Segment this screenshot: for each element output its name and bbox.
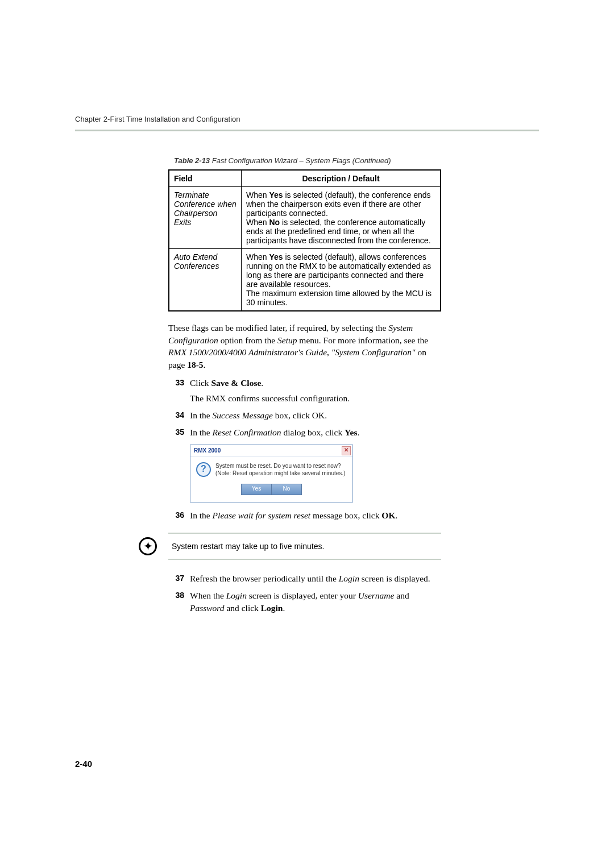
txt: screen is displayed. bbox=[359, 574, 430, 583]
step-text: Refresh the browser periodically until t… bbox=[190, 572, 441, 585]
txt: When bbox=[246, 218, 269, 227]
italic: Username bbox=[358, 591, 395, 600]
caption-num: Table 2-13 bbox=[174, 156, 210, 165]
txt: and bbox=[394, 591, 409, 600]
note-block: ✦ System restart may take up to five min… bbox=[168, 533, 441, 560]
step-text: In the Success Message box, click OK. bbox=[190, 409, 441, 422]
italic: Login bbox=[339, 574, 359, 583]
italic: Reset Confirmation bbox=[213, 427, 281, 437]
field-cell: Terminate Conference when Chairperson Ex… bbox=[169, 187, 242, 249]
step-34: 34 In the Success Message box, click OK. bbox=[168, 409, 441, 422]
italic: Login bbox=[226, 591, 247, 600]
txt: . bbox=[395, 510, 397, 520]
step-38: 38 When the Login screen is displayed, e… bbox=[168, 589, 441, 614]
italic: Success Message bbox=[213, 410, 273, 420]
txt: message box, click bbox=[310, 510, 381, 520]
yes-button[interactable]: Yes bbox=[241, 484, 272, 495]
step-text: Click Save & Close. bbox=[190, 377, 441, 389]
no-button[interactable]: No bbox=[272, 484, 302, 495]
header-rule bbox=[75, 130, 539, 131]
italic: Setup bbox=[277, 335, 297, 345]
bold: No bbox=[269, 218, 280, 227]
step-35: 35 In the Reset Confirmation dialog box,… bbox=[168, 426, 441, 439]
txt: Refresh the browser periodically until t… bbox=[190, 574, 339, 583]
step-num: 38 bbox=[168, 589, 190, 614]
txt: option from the bbox=[218, 335, 277, 345]
step-text: In the Reset Confirmation dialog box, cl… bbox=[190, 426, 441, 439]
dialog: RMX 2000 ✕ ? System must be reset. Do yo… bbox=[190, 445, 353, 502]
page: Chapter 2-First Time Installation and Co… bbox=[0, 0, 614, 868]
bold: OK bbox=[381, 510, 395, 520]
table-row: Terminate Conference when Chairperson Ex… bbox=[169, 187, 441, 249]
dialog-message: System must be reset. Do you want to res… bbox=[215, 462, 345, 477]
field-cell: Auto Extend Conferences bbox=[169, 249, 242, 312]
step-37: 37 Refresh the browser periodically unti… bbox=[168, 572, 441, 585]
line: System must be reset. Do you want to res… bbox=[215, 462, 345, 470]
desc-cell: When Yes is selected (default), allows c… bbox=[242, 249, 441, 312]
note-icon: ✦ bbox=[139, 537, 157, 555]
reset-dialog-screenshot: RMX 2000 ✕ ? System must be reset. Do yo… bbox=[190, 445, 441, 502]
txt: The maximum extension time allowed by th… bbox=[246, 289, 432, 307]
content: Table 2-13 Fast Configuration Wizard – S… bbox=[168, 156, 441, 614]
step-33-sub: The RMX confirms successful configuratio… bbox=[190, 392, 441, 405]
table-row: Auto Extend Conferences When Yes is sele… bbox=[169, 249, 441, 312]
desc-cell: When Yes is selected (default), the conf… bbox=[242, 187, 441, 249]
step-num: 36 bbox=[168, 509, 190, 522]
step-num: 34 bbox=[168, 409, 190, 422]
steps: 33 Click Save & Close. The RMX confirms … bbox=[168, 377, 441, 521]
italic: Password bbox=[190, 603, 225, 613]
table-caption: Table 2-13 Fast Configuration Wizard – S… bbox=[174, 156, 441, 165]
bold: Yes bbox=[269, 252, 283, 261]
txt: . bbox=[204, 360, 206, 369]
step-num: 33 bbox=[168, 377, 190, 389]
table-header-row: Field Description / Default bbox=[169, 170, 441, 187]
dialog-body: ? System must be reset. Do you want to r… bbox=[190, 456, 352, 480]
question-icon: ? bbox=[196, 462, 211, 477]
txt: dialog box, click bbox=[281, 427, 345, 437]
txt: . bbox=[357, 427, 359, 437]
txt: In the bbox=[190, 410, 213, 420]
page-ref: 18-5 bbox=[187, 360, 203, 369]
step-text: When the Login screen is displayed, ente… bbox=[190, 589, 441, 614]
dialog-titlebar: RMX 2000 ✕ bbox=[190, 445, 352, 456]
txt: . bbox=[261, 378, 263, 388]
txt: These flags can be modified later, if re… bbox=[168, 323, 388, 333]
italic: Please wait for system reset bbox=[213, 510, 310, 520]
bold: Login bbox=[261, 603, 283, 613]
col-field: Field bbox=[169, 170, 242, 187]
step-36: 36 In the Please wait for system reset m… bbox=[168, 509, 441, 522]
txt: Click bbox=[190, 378, 211, 388]
italic: RMX 1500/2000/4000 Administrator's Guide bbox=[168, 347, 327, 357]
step-num: 35 bbox=[168, 426, 190, 439]
txt: When bbox=[246, 190, 269, 200]
page-header: Chapter 2-First Time Installation and Co… bbox=[75, 115, 539, 128]
close-icon[interactable]: ✕ bbox=[342, 446, 351, 455]
txt: box, click OK. bbox=[273, 410, 327, 420]
txt: . bbox=[283, 603, 285, 613]
txt: screen is displayed, enter your bbox=[247, 591, 358, 600]
bold: Yes bbox=[345, 427, 357, 437]
bold: Save & Close bbox=[211, 378, 261, 388]
note-text: System restart may take up to five minut… bbox=[168, 533, 441, 560]
col-desc: Description / Default bbox=[242, 170, 441, 187]
txt: menu. For more information, see the bbox=[297, 335, 428, 345]
dialog-buttons: Yes No bbox=[190, 480, 352, 502]
txt: In the bbox=[190, 427, 213, 437]
italic: "System Configuration" bbox=[331, 347, 416, 357]
txt: When bbox=[246, 252, 269, 261]
dialog-title: RMX 2000 bbox=[194, 447, 221, 454]
txt: and click bbox=[225, 603, 261, 613]
txt: When the bbox=[190, 591, 226, 600]
bold: Yes bbox=[269, 190, 283, 200]
steps-2: 37 Refresh the browser periodically unti… bbox=[168, 572, 441, 614]
txt: , bbox=[327, 347, 331, 357]
step-33: 33 Click Save & Close. bbox=[168, 377, 441, 389]
txt: In the bbox=[190, 510, 213, 520]
caption-text: Fast Configuration Wizard – System Flags… bbox=[210, 156, 391, 165]
step-num: 37 bbox=[168, 572, 190, 585]
intro-paragraph: These flags can be modified later, if re… bbox=[168, 322, 441, 371]
step-text: In the Please wait for system reset mess… bbox=[190, 509, 441, 522]
note-icon-wrap: ✦ bbox=[134, 537, 162, 555]
page-number: 2-40 bbox=[75, 759, 92, 769]
line: (Note: Reset operation might take severa… bbox=[215, 470, 345, 477]
